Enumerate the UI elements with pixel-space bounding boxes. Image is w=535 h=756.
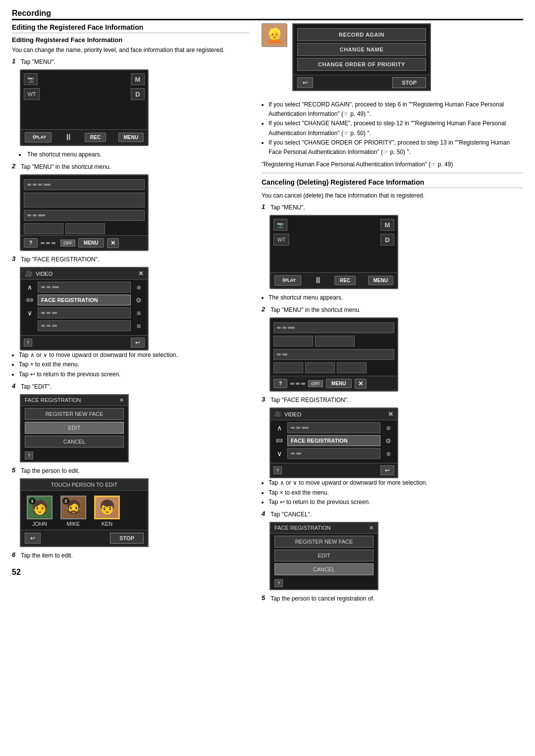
menu-btn-bottom[interactable]: MENU: [78, 238, 104, 248]
cancel-icon-3: ⊞: [382, 451, 394, 456]
person-ken[interactable]: 👦 KEN: [94, 496, 120, 527]
menu-bar-4a: [24, 223, 63, 234]
cancel-help-btn: ?: [273, 379, 287, 388]
cancel-up-arrow[interactable]: ∧: [273, 424, 285, 432]
change-order-btn[interactable]: CHANGE ORDER OF PRIORITY: [297, 58, 426, 71]
edit-btn[interactable]: EDIT: [25, 422, 124, 434]
cancel-step-2-num: 2: [262, 305, 268, 313]
cancel-menu-btn[interactable]: MENU: [368, 276, 393, 285]
cancel-rec-icon: 📷: [273, 219, 287, 231]
person-john[interactable]: 1 🧑 JOHN: [27, 496, 53, 527]
cancel-face-menu-wrapper: 🎥 VIDEO ✕ ∧ ⊞: [269, 407, 523, 478]
cancel-close-icon[interactable]: ✕: [388, 410, 393, 418]
step-2: 2 Tap "MENU" in the shortcut menu.: [12, 162, 250, 171]
cancel-face-reg-dialog: FACE REGISTRATION ✕ REGISTER NEW FACE ED…: [269, 522, 378, 590]
close-btn[interactable]: ✕: [107, 238, 119, 248]
cancel-settings-icon[interactable]: ⚙: [382, 437, 394, 445]
pause-icon: ⏸: [64, 132, 73, 143]
note-change-name: If you select "CHANGE NAME", proceed to …: [268, 119, 523, 138]
dialog-help-btn[interactable]: ?: [25, 452, 33, 459]
cancel-step-2: 2 Tap "MENU" in the shortcut menu.: [262, 305, 523, 314]
step3-bullets: Tap ∧ or ∨ to move upward or downward fo…: [19, 351, 250, 379]
menu-dots-3: [27, 214, 45, 216]
face-reg-dialog-title: FACE REGISTRATION ✕: [21, 395, 128, 406]
cancel-step-1-num: 1: [262, 203, 268, 210]
change-name-btn[interactable]: CHANGE NAME: [297, 43, 426, 56]
cancel-play-btn[interactable]: 《PLAY: [274, 275, 301, 286]
menu-row-4: [24, 223, 145, 234]
cancel-register-btn[interactable]: REGISTER NEW FACE: [274, 536, 374, 548]
face-reg-dialog: FACE REGISTRATION ✕ REGISTER NEW FACE ED…: [20, 394, 129, 462]
face-reg-highlighted[interactable]: FACE REGISTRATION: [38, 295, 131, 305]
cancel-menu-bar-1: [273, 322, 394, 333]
edit-return-btn[interactable]: ↩: [297, 77, 313, 88]
ken-face: 👦: [96, 497, 118, 518]
cancel-face-reg-highlighted[interactable]: FACE REGISTRATION: [287, 435, 380, 446]
cancel-rec-btn[interactable]: REC: [334, 276, 356, 285]
rec-icon: 📷: [24, 73, 38, 85]
cancel-face-return[interactable]: ↩: [380, 465, 394, 475]
help-button[interactable]: ?: [24, 339, 32, 347]
cancel-face-bar-3: [287, 448, 380, 459]
menu-button-1[interactable]: MENU: [118, 133, 144, 142]
cancel-cancel-btn[interactable]: CANCEL: [274, 563, 374, 575]
cancel-dialog-wrapper: FACE REGISTRATION ✕ REGISTER NEW FACE ED…: [269, 522, 523, 590]
right-top-area: 👱 RECORD AGAIN CHANGE NAME CHANGE ORDER …: [262, 23, 523, 95]
cancel-bullet-2: Tap × to exit the menu.: [268, 488, 523, 498]
face-bar-3: [38, 307, 131, 318]
cancel-wt-icon: WT: [273, 234, 289, 246]
cancel-step-4: 4 Tap "CANCEL".: [262, 510, 523, 519]
step-2-num: 2: [12, 162, 19, 170]
cancel-bullet-3: Tap ↩ to return to the previous screen.: [268, 498, 523, 507]
cancel-close-btn[interactable]: ✕: [355, 379, 367, 389]
play-button[interactable]: 《PLAY: [25, 132, 52, 143]
cancel-bar-4b: [305, 362, 335, 373]
screen-1-wrapper: 📷 M WT D 《PLAY ⏸ REC MENU: [20, 69, 250, 146]
cancel-menu-row-3: [273, 349, 394, 360]
cancel-off-badge: OFF: [308, 380, 323, 387]
cancel-btn[interactable]: CANCEL: [25, 436, 124, 448]
cancel-down-arrow[interactable]: ∨: [273, 450, 285, 457]
touch-stop-btn[interactable]: STOP: [110, 533, 144, 544]
m-icon: M: [131, 73, 145, 85]
cancel-step-4-text: Tap "CANCEL".: [270, 510, 312, 519]
cancel-bar-4c: [337, 362, 367, 373]
cancel-icon-1: ⊞: [382, 425, 394, 431]
cancel-face-bar-1: [287, 422, 380, 433]
step-1-num: 1: [12, 57, 19, 65]
cancel-menu-btn-bottom[interactable]: MENU: [326, 379, 351, 388]
cancel-dialog-close[interactable]: ✕: [369, 525, 374, 531]
cancel-face-help[interactable]: ?: [273, 466, 282, 474]
persons-row: 1 🧑 JOHN 2 🧔 MIKE: [21, 491, 148, 530]
settings-icon[interactable]: ⚙: [133, 297, 145, 304]
edit-stop-btn[interactable]: STOP: [392, 77, 426, 88]
person-mike[interactable]: 2 🧔 MIKE: [60, 496, 86, 527]
mike-avatar[interactable]: 2 🧔: [60, 496, 86, 519]
cancel-shortcut-screen: ? OFF MENU ✕: [269, 317, 398, 392]
close-icon[interactable]: ✕: [138, 270, 144, 277]
down-arrow[interactable]: ∨: [24, 309, 36, 317]
up-arrow[interactable]: ∧: [24, 283, 36, 291]
step-5: 5 Tap the person to edit.: [12, 466, 250, 475]
face-row-4: ⊞: [24, 320, 145, 331]
ken-avatar[interactable]: 👦: [94, 496, 120, 519]
cancel-pause-icon: ⏸: [314, 275, 322, 286]
record-again-btn[interactable]: RECORD AGAIN: [297, 28, 426, 41]
dialog-close-icon[interactable]: ✕: [119, 397, 124, 403]
cancel-dialog-help[interactable]: ?: [274, 579, 283, 587]
rec-button[interactable]: REC: [85, 133, 106, 142]
face-icon-3: ⊞: [133, 310, 145, 316]
john-avatar[interactable]: 1 🧑: [27, 496, 53, 519]
cancel-edit-btn[interactable]: EDIT: [274, 550, 374, 561]
face-reg-dialog-wrapper: FACE REGISTRATION ✕ REGISTER NEW FACE ED…: [20, 394, 250, 462]
touch-return-btn[interactable]: ↩: [25, 533, 41, 544]
step-1: 1 Tap "MENU".: [12, 57, 250, 66]
face-thumbnail-top: 👱: [262, 23, 287, 47]
face-bar-4: [38, 320, 131, 331]
register-new-face-btn[interactable]: REGISTER NEW FACE: [25, 408, 124, 420]
return-button[interactable]: ↩: [131, 338, 145, 348]
cancel-face-title: 🎥 VIDEO ✕: [270, 408, 397, 420]
cancel-menu-row-4: [273, 362, 394, 373]
edit-menu-screen: RECORD AGAIN CHANGE NAME CHANGE ORDER OF…: [292, 23, 431, 91]
menu-dots-bottom: [41, 242, 55, 244]
